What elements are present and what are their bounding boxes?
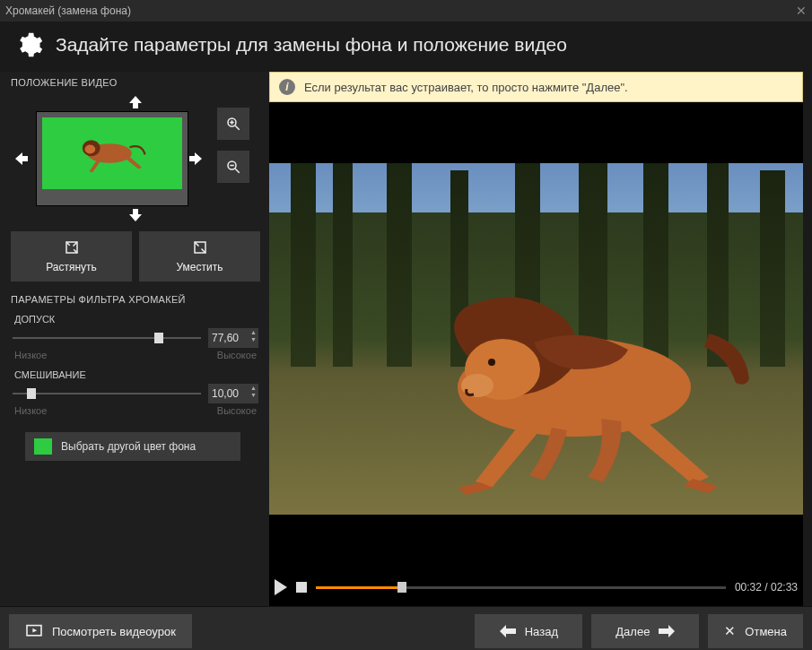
lion-graphic — [395, 280, 754, 495]
blend-slider[interactable] — [13, 385, 201, 403]
arrow-right-icon — [659, 625, 675, 637]
low-label-2: Низкое — [14, 405, 47, 416]
stop-button[interactable] — [296, 582, 307, 593]
position-thumbnail[interactable] — [36, 111, 188, 206]
svg-point-2 — [85, 145, 96, 154]
title-bar: Хромакей (замена фона) ✕ — [0, 0, 812, 22]
stretch-button[interactable]: Растянуть — [11, 231, 132, 282]
high-label-2: Высокое — [217, 405, 257, 416]
cancel-icon: ✕ — [724, 623, 736, 639]
window-title: Хромакей (замена фона) — [5, 4, 131, 17]
tolerance-slider[interactable] — [13, 329, 201, 347]
playback-bar: 00:32 / 02:33 — [269, 568, 803, 606]
next-button[interactable]: Далее — [591, 614, 699, 648]
tolerance-input[interactable]: 77,60 ▲▼ — [208, 328, 258, 348]
svg-line-4 — [235, 126, 240, 130]
arrow-left-icon — [500, 625, 516, 637]
header: Задайте параметры для замены фона и поло… — [0, 22, 812, 72]
fit-icon — [192, 239, 208, 256]
pick-color-label: Выбрать другой цвет фона — [61, 440, 196, 453]
zoom-in-icon — [225, 116, 241, 132]
stretch-icon — [64, 239, 80, 256]
blend-label: СМЕШИВАНИЕ — [14, 369, 260, 380]
back-label: Назад — [525, 625, 558, 638]
arrow-down-icon[interactable] — [125, 204, 146, 226]
footer: Посмотреть видеоурок Назад Далее ✕ Отмен… — [0, 606, 812, 650]
info-icon: i — [279, 79, 295, 95]
close-icon[interactable]: ✕ — [796, 4, 807, 18]
tolerance-label: ДОПУСК — [14, 314, 260, 325]
low-label: Низкое — [14, 350, 47, 360]
video-preview[interactable] — [269, 102, 803, 568]
zoom-in-button[interactable] — [217, 108, 249, 140]
play-button[interactable] — [275, 579, 287, 595]
section-position-label: ПОЛОЖЕНИЕ ВИДЕО — [11, 77, 260, 88]
color-swatch — [34, 438, 52, 455]
cancel-button[interactable]: ✕ Отмена — [708, 614, 803, 648]
left-panel: ПОЛОЖЕНИЕ ВИДЕО — [0, 72, 269, 606]
lion-mini-graphic — [69, 131, 150, 176]
timecode: 00:32 / 02:33 — [735, 581, 798, 594]
high-label: Высокое — [217, 350, 257, 360]
greenscreen-thumb — [42, 117, 182, 189]
pick-color-button[interactable]: Выбрать другой цвет фона — [25, 432, 240, 461]
svg-point-15 — [488, 359, 495, 366]
hint-bar: i Если результат вас устраивает, то прос… — [269, 72, 803, 102]
position-area — [11, 91, 260, 226]
back-button[interactable]: Назад — [475, 614, 582, 648]
blend-input[interactable]: 10,00 ▲▼ — [208, 384, 258, 403]
seek-slider[interactable] — [316, 578, 726, 596]
fit-button[interactable]: Уместить — [139, 231, 260, 282]
tutorial-button[interactable]: Посмотреть видеоурок — [9, 614, 192, 648]
section-filter-label: ПАРАМЕТРЫ ФИЛЬТРА ХРОМАКЕЙ — [11, 294, 260, 305]
tutorial-label: Посмотреть видеоурок — [52, 625, 176, 638]
arrow-left-icon[interactable] — [11, 148, 32, 169]
fit-label: Уместить — [177, 261, 223, 273]
tutorial-icon — [25, 624, 43, 638]
zoom-out-button[interactable] — [217, 151, 249, 183]
svg-line-8 — [235, 169, 240, 173]
cancel-label: Отмена — [745, 625, 787, 638]
hint-text: Если результат вас устраивает, то просто… — [304, 81, 628, 94]
arrow-up-icon[interactable] — [125, 91, 146, 113]
preview-panel: i Если результат вас устраивает, то прос… — [269, 72, 803, 606]
gear-icon — [14, 30, 43, 59]
stretch-label: Растянуть — [46, 261, 97, 273]
page-title: Задайте параметры для замены фона и поло… — [56, 34, 567, 56]
forest-background — [269, 163, 803, 515]
next-label: Далее — [616, 625, 650, 638]
zoom-out-icon — [225, 159, 241, 175]
